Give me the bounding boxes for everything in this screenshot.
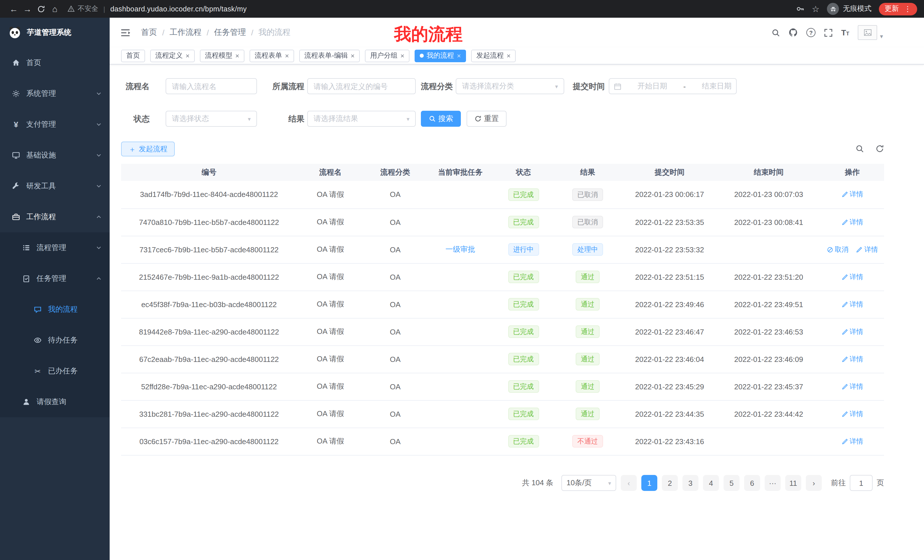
detail-link[interactable]: 详情	[842, 354, 863, 364]
tab-start-process[interactable]: 发起流程×	[471, 49, 516, 62]
detail-link[interactable]: 详情	[842, 190, 863, 199]
back-icon[interactable]: ←	[7, 2, 21, 16]
update-button[interactable]: 更新 ⋮	[879, 3, 917, 15]
close-icon[interactable]: ×	[235, 52, 239, 59]
sidebar-item-infrastructure[interactable]: 基础设施	[0, 140, 110, 171]
table-row: 67c2eaab-7b9a-11ec-a290-acde48001122 OA …	[121, 345, 884, 373]
page-size-select[interactable]: 10条/页 ▾	[561, 475, 616, 491]
fullscreen-icon[interactable]	[824, 28, 832, 37]
page-button-6[interactable]: 6	[744, 475, 760, 491]
caret-down-icon: ▼	[879, 34, 884, 39]
key-icon[interactable]	[796, 4, 804, 13]
clipboard-icon	[22, 275, 31, 283]
tab-home[interactable]: 首页	[121, 49, 145, 62]
reload-icon[interactable]	[34, 2, 48, 16]
detail-link[interactable]: 详情	[856, 245, 878, 254]
home-icon[interactable]: ⌂	[48, 2, 62, 16]
page-ellipsis[interactable]: ···	[765, 475, 781, 491]
address-bar[interactable]: 不安全 | dashboard.yudao.iocoder.cn/bpm/tas…	[68, 4, 796, 14]
sidebar-item-devtools[interactable]: 研发工具	[0, 171, 110, 202]
page-button-11[interactable]: 11	[785, 475, 801, 491]
tab-process-model[interactable]: 流程模型×	[200, 49, 244, 62]
sidebar-item-workflow[interactable]: 工作流程	[0, 202, 110, 232]
category-select[interactable]: 请选择流程分类 ▾	[456, 78, 564, 94]
submit-time-range-picker[interactable]: 开始日期 - 结束日期	[609, 78, 736, 94]
sidebar-item-todo-tasks[interactable]: 待办任务	[0, 325, 110, 356]
page-button-5[interactable]: 5	[723, 475, 740, 491]
process-name: OA 请假	[316, 190, 344, 199]
tab-process-form[interactable]: 流程表单×	[249, 49, 294, 62]
tab-user-group[interactable]: 用户分组×	[365, 49, 410, 62]
next-page-button[interactable]: ›	[806, 475, 822, 491]
detail-link[interactable]: 详情	[842, 382, 863, 391]
forward-icon[interactable]: →	[21, 2, 34, 16]
status-tag: 已完成	[508, 189, 539, 201]
sidebar-item-done-tasks[interactable]: ✂ 已办任务	[0, 356, 110, 386]
search-toggle-icon[interactable]	[855, 144, 864, 153]
close-icon[interactable]: ×	[507, 52, 510, 59]
help-icon[interactable]: ?	[806, 28, 816, 37]
edit-icon	[856, 246, 862, 253]
close-icon[interactable]: ×	[457, 52, 461, 59]
start-process-button[interactable]: ＋ 发起流程	[121, 142, 175, 156]
detail-link[interactable]: 详情	[842, 217, 863, 227]
process-def-label: 所属流程	[272, 78, 304, 94]
search-button[interactable]: 搜索	[421, 111, 461, 127]
refresh-icon[interactable]	[876, 144, 884, 153]
chevron-down-icon	[96, 245, 102, 251]
breadcrumb-task-management[interactable]: 任务管理	[214, 27, 246, 38]
detail-link[interactable]: 详情	[842, 409, 863, 419]
page-button-2[interactable]: 2	[662, 475, 678, 491]
close-icon[interactable]: ×	[186, 52, 190, 59]
sidebar-item-task-management[interactable]: 任务管理	[0, 263, 110, 294]
process-name-input[interactable]	[172, 82, 251, 90]
status-select[interactable]: 请选择状态 ▾	[166, 111, 257, 127]
close-icon[interactable]: ×	[351, 52, 355, 59]
tab-process-form-edit[interactable]: 流程表单-编辑×	[299, 49, 360, 62]
cancel-link[interactable]: 取消	[826, 245, 848, 254]
goto-unit: 页	[877, 478, 884, 488]
bookmark-star-icon[interactable]: ☆	[812, 4, 819, 14]
app-logo-row[interactable]: 芋道管理系统	[0, 18, 110, 47]
page-button-4[interactable]: 4	[703, 475, 719, 491]
reset-button[interactable]: 重置	[466, 111, 507, 127]
logo	[8, 26, 22, 39]
goto-page-input[interactable]	[850, 475, 873, 491]
close-icon[interactable]: ×	[400, 52, 404, 59]
sidebar-item-home[interactable]: 首页	[0, 47, 110, 78]
detail-link[interactable]: 详情	[842, 299, 863, 309]
sidebar-toggle-icon[interactable]	[121, 28, 131, 37]
close-icon[interactable]: ×	[285, 52, 289, 59]
process-def-input[interactable]	[314, 82, 410, 90]
sidebar-item-payment[interactable]: ¥ 支付管理	[0, 109, 110, 140]
table-toolbar-icons	[855, 144, 884, 153]
breadcrumb-workflow[interactable]: 工作流程	[170, 27, 202, 38]
category-label: 流程分类	[421, 78, 453, 94]
user-menu[interactable]: ▼	[858, 25, 884, 40]
sidebar-item-process-management[interactable]: 流程管理	[0, 232, 110, 263]
github-icon[interactable]	[789, 28, 798, 37]
status-tag: 已完成	[508, 380, 539, 393]
prev-page-button[interactable]: ‹	[621, 475, 637, 491]
breadcrumb-home[interactable]: 首页	[141, 27, 157, 38]
detail-link[interactable]: 详情	[842, 272, 863, 282]
security-warning[interactable]: 不安全	[68, 4, 98, 14]
menu-kebab-icon[interactable]: ⋮	[904, 4, 911, 13]
search-icon[interactable]	[771, 28, 780, 37]
detail-link[interactable]: 详情	[842, 327, 863, 337]
url-text[interactable]: dashboard.yudao.iocoder.cn/bpm/task/my	[110, 5, 247, 13]
font-size-icon[interactable]: TT	[841, 28, 849, 37]
edit-icon	[842, 192, 848, 198]
page-button-1[interactable]: 1	[641, 475, 657, 491]
current-task-link[interactable]: 一级审批	[446, 245, 475, 253]
tab-my-process[interactable]: 我的流程×	[415, 49, 466, 62]
sidebar-item-leave-query[interactable]: 请假查询	[0, 386, 110, 417]
sidebar-item-system[interactable]: 系统管理	[0, 78, 110, 109]
sidebar-item-my-process[interactable]: 我的流程	[0, 294, 110, 325]
tab-process-definition[interactable]: 流程定义×	[150, 49, 195, 62]
page-button-3[interactable]: 3	[682, 475, 698, 491]
process-id: 03c6c157-7b9a-11ec-a290-acde48001122	[140, 437, 279, 446]
detail-link[interactable]: 详情	[842, 436, 863, 446]
result-select[interactable]: 请选择流结果 ▾	[307, 111, 416, 127]
process-name: OA 请假	[316, 382, 344, 391]
